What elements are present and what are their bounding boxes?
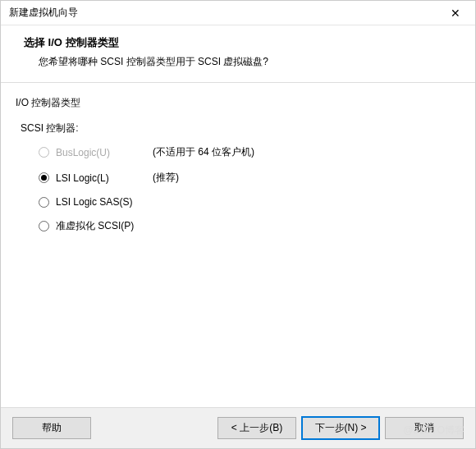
radio-label: BusLogic(U) — [56, 147, 146, 158]
radio-label: LSI Logic(L) — [56, 172, 146, 184]
radio-note: (推荐) — [153, 171, 179, 185]
group-label: I/O 控制器类型 — [16, 96, 460, 110]
scsi-controller-label: SCSI 控制器: — [21, 121, 460, 135]
titlebar: 新建虚拟机向导 ✕ — [1, 1, 475, 25]
help-button[interactable]: 帮助 — [12, 417, 91, 439]
radio-icon — [39, 147, 49, 158]
page-subtitle: 您希望将哪种 SCSI 控制器类型用于 SCSI 虚拟磁盘? — [24, 55, 452, 69]
radio-option-paravirtual[interactable]: 准虚拟化 SCSI(P) — [39, 219, 460, 233]
window-title: 新建虚拟机向导 — [9, 6, 78, 20]
back-button[interactable]: < 上一步(B) — [217, 417, 296, 439]
radio-icon[interactable] — [39, 172, 49, 183]
radio-label: 准虚拟化 SCSI(P) — [56, 219, 146, 233]
wizard-header: 选择 I/O 控制器类型 您希望将哪种 SCSI 控制器类型用于 SCSI 虚拟… — [1, 25, 475, 83]
radio-option-buslogic: BusLogic(U) (不适用于 64 位客户机) — [39, 145, 460, 159]
footer: 帮助 < 上一步(B) 下一步(N) > 取消 — [1, 407, 475, 448]
page-title: 选择 I/O 控制器类型 — [24, 35, 452, 50]
radio-icon[interactable] — [39, 221, 49, 231]
cancel-button[interactable]: 取消 — [385, 417, 464, 439]
radio-note: (不适用于 64 位客户机) — [153, 145, 254, 159]
radio-option-lsi-logic[interactable]: LSI Logic(L) (推荐) — [39, 171, 460, 185]
content-area: I/O 控制器类型 SCSI 控制器: BusLogic(U) (不适用于 64… — [1, 83, 475, 407]
radio-option-lsi-logic-sas[interactable]: LSI Logic SAS(S) — [39, 196, 460, 208]
radio-label: LSI Logic SAS(S) — [56, 196, 146, 208]
close-icon[interactable]: ✕ — [444, 7, 467, 20]
next-button[interactable]: 下一步(N) > — [301, 416, 380, 440]
radio-icon[interactable] — [39, 197, 49, 208]
